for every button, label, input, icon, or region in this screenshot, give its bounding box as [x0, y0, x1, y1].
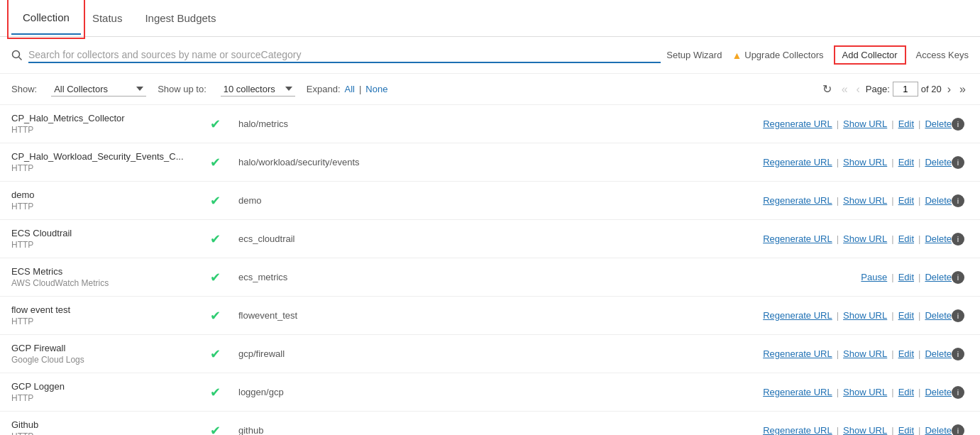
upgrade-icon: ▲ — [732, 50, 742, 61]
collector-name-cell: CP_Halo_Metrics_CollectorHTTP — [11, 113, 210, 135]
top-navigation: Collection Status Ingest Budgets — [0, 0, 980, 37]
collector-actions: Regenerate URL|Show URL|Edit|Delete — [763, 233, 952, 244]
page-input[interactable] — [893, 82, 918, 97]
setup-wizard-link[interactable]: Setup Wizard — [666, 50, 722, 60]
collector-type: HTTP — [11, 240, 210, 250]
collector-status: ✔ — [210, 308, 238, 324]
action-edit-link[interactable]: Edit — [898, 119, 914, 129]
tab-ingest-budgets[interactable]: Ingest Budgets — [133, 2, 227, 34]
refresh-button[interactable]: ↻ — [818, 81, 836, 97]
action-regenerate-url-link[interactable]: Regenerate URL — [763, 195, 832, 206]
collector-info-icon[interactable]: i — [952, 233, 964, 246]
next-page-button[interactable]: › — [945, 82, 954, 97]
collector-info-icon[interactable]: i — [952, 118, 964, 131]
action-delete-link[interactable]: Delete — [925, 119, 952, 129]
collector-info-icon[interactable]: i — [952, 156, 964, 169]
collector-type: HTTP — [11, 202, 210, 211]
action-separator: | — [891, 119, 893, 129]
collector-info-icon[interactable]: i — [952, 424, 964, 436]
action-delete-link[interactable]: Delete — [925, 348, 952, 359]
action-regenerate-url-link[interactable]: Regenerate URL — [763, 387, 832, 397]
action-edit-link[interactable]: Edit — [898, 157, 914, 167]
collector-info-icon[interactable]: i — [952, 271, 964, 284]
action-show-url-link[interactable]: Show URL — [843, 195, 887, 206]
last-page-button[interactable]: » — [957, 82, 969, 97]
collector-row: GithubHTTP✔githubRegenerate URL|Show URL… — [0, 412, 980, 435]
add-collector-button[interactable]: Add Collector — [834, 45, 906, 65]
collector-name-cell: demoHTTP — [11, 189, 210, 211]
action-pause-link[interactable]: Pause — [861, 272, 887, 282]
pagination: ↻ « ‹ Page: of 20 › » — [818, 81, 969, 97]
collector-row: CP_Halo_Metrics_CollectorHTTP✔halo/metri… — [0, 105, 980, 143]
action-regenerate-url-link[interactable]: Regenerate URL — [763, 348, 832, 359]
search-input[interactable] — [28, 48, 661, 63]
collector-actions: Regenerate URL|Show URL|Edit|Delete — [763, 425, 952, 435]
search-icon — [11, 50, 23, 61]
action-edit-link[interactable]: Edit — [898, 272, 914, 282]
prev-page-button[interactable]: ‹ — [854, 82, 863, 97]
action-regenerate-url-link[interactable]: Regenerate URL — [763, 310, 832, 321]
action-separator: | — [891, 233, 893, 244]
first-page-button[interactable]: « — [839, 82, 851, 97]
action-delete-link[interactable]: Delete — [925, 195, 952, 206]
collector-actions: Regenerate URL|Show URL|Edit|Delete — [763, 348, 952, 359]
action-regenerate-url-link[interactable]: Regenerate URL — [763, 425, 832, 435]
action-regenerate-url-link[interactable]: Regenerate URL — [763, 233, 832, 244]
action-delete-link[interactable]: Delete — [925, 157, 952, 167]
show-collectors-dropdown[interactable]: All Collectors HTTP Collectors Installed… — [51, 82, 146, 97]
action-delete-link[interactable]: Delete — [925, 272, 952, 282]
action-show-url-link[interactable]: Show URL — [843, 348, 887, 359]
page-label: Page: — [866, 84, 890, 94]
action-regenerate-url-link[interactable]: Regenerate URL — [763, 157, 832, 167]
action-show-url-link[interactable]: Show URL — [843, 119, 887, 129]
show-up-to-dropdown[interactable]: 10 collectors 25 collectors 50 collector… — [221, 82, 295, 97]
action-edit-link[interactable]: Edit — [898, 310, 914, 321]
svg-point-0 — [13, 50, 20, 57]
action-delete-link[interactable]: Delete — [925, 310, 952, 321]
collector-name: GCP Loggen — [11, 381, 210, 392]
tab-status[interactable]: Status — [81, 2, 134, 34]
action-show-url-link[interactable]: Show URL — [843, 157, 887, 167]
collector-name-cell: CP_Halo_Workload_Security_Events_C...HTT… — [11, 151, 210, 173]
tab-collection[interactable]: Collection — [11, 1, 81, 35]
action-regenerate-url-link[interactable]: Regenerate URL — [763, 119, 832, 129]
collector-actions: Regenerate URL|Show URL|Edit|Delete — [763, 119, 952, 129]
action-delete-link[interactable]: Delete — [925, 387, 952, 397]
collector-actions: Regenerate URL|Show URL|Edit|Delete — [763, 310, 952, 321]
collector-status: ✔ — [210, 423, 238, 436]
action-separator: | — [837, 233, 839, 244]
access-keys-link[interactable]: Access Keys — [916, 50, 969, 60]
collector-row: CP_Halo_Workload_Security_Events_C...HTT… — [0, 143, 980, 182]
action-delete-link[interactable]: Delete — [925, 425, 952, 435]
collector-info-icon[interactable]: i — [952, 309, 964, 322]
collector-actions: Regenerate URL|Show URL|Edit|Delete — [763, 157, 952, 167]
collector-source: halo/workload/security/events — [238, 157, 763, 167]
action-show-url-link[interactable]: Show URL — [843, 425, 887, 435]
collector-info-icon[interactable]: i — [952, 386, 964, 399]
expand-none-link[interactable]: None — [365, 84, 387, 94]
action-delete-link[interactable]: Delete — [925, 233, 952, 244]
action-separator: | — [918, 348, 920, 359]
action-show-url-link[interactable]: Show URL — [843, 233, 887, 244]
collector-info-icon[interactable]: i — [952, 348, 964, 360]
collector-name-cell: GithubHTTP — [11, 419, 210, 435]
upgrade-collectors-link[interactable]: ▲ Upgrade Collectors — [732, 50, 823, 61]
action-edit-link[interactable]: Edit — [898, 425, 914, 435]
collector-type: HTTP — [11, 316, 210, 326]
collector-name: CP_Halo_Workload_Security_Events_C... — [11, 151, 210, 162]
action-separator: | — [891, 387, 893, 397]
action-show-url-link[interactable]: Show URL — [843, 310, 887, 321]
collector-source: loggen/gcp — [238, 387, 763, 397]
collector-source: ecs_metrics — [238, 272, 861, 282]
action-show-url-link[interactable]: Show URL — [843, 387, 887, 397]
action-edit-link[interactable]: Edit — [898, 195, 914, 206]
expand-all-link[interactable]: All — [345, 84, 355, 94]
action-separator: | — [837, 310, 839, 321]
collector-status: ✔ — [210, 116, 238, 132]
action-edit-link[interactable]: Edit — [898, 387, 914, 397]
collector-name-cell: flow event testHTTP — [11, 304, 210, 326]
collector-info-icon[interactable]: i — [952, 194, 964, 207]
action-edit-link[interactable]: Edit — [898, 233, 914, 244]
action-edit-link[interactable]: Edit — [898, 348, 914, 359]
action-separator: | — [891, 157, 893, 167]
